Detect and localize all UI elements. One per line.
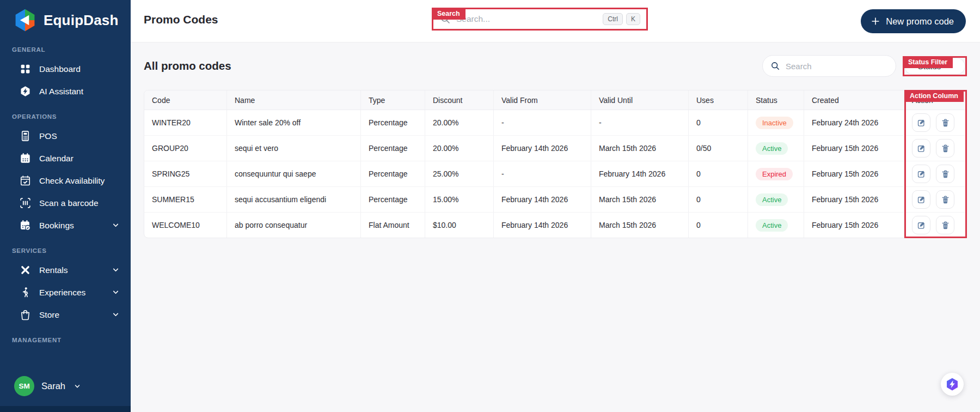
- cell-actions: [904, 136, 966, 161]
- cell-created: February 24th 2026: [804, 110, 904, 135]
- ai-assistant-fab[interactable]: [941, 373, 964, 396]
- column-header: Valid From: [494, 90, 591, 110]
- trash-icon: [941, 144, 950, 153]
- cell-valid-until: February 14th 2026: [591, 161, 689, 186]
- cell-discount: $10.00: [425, 213, 494, 238]
- grid-icon: [20, 63, 31, 75]
- cell-code: SPRING25: [144, 161, 227, 186]
- sidebar-item[interactable]: Rentals: [0, 259, 131, 281]
- cell-actions: [904, 161, 966, 186]
- edit-icon: [917, 144, 926, 153]
- cell-valid-until: March 15th 2026: [591, 136, 689, 161]
- promo-table: Code Name Type Discount Valid From Valid…: [144, 90, 967, 238]
- sidebar-item-label: Calendar: [39, 154, 74, 163]
- topbar: Promo Codes Search Ctrl K New promo code: [131, 0, 980, 43]
- cell-type: Percentage: [361, 136, 425, 161]
- cell-code: SUMMER15: [144, 187, 227, 212]
- cell-type: Flat Amount: [361, 213, 425, 238]
- sidebar-item-label: POS: [39, 131, 57, 141]
- main-content: All promo codes Status Filter Status: [131, 43, 980, 412]
- cell-valid-from: February 14th 2026: [494, 213, 591, 238]
- sidebar-item[interactable]: POS: [0, 125, 131, 147]
- delete-button[interactable]: [936, 113, 954, 132]
- delete-button[interactable]: [936, 190, 954, 209]
- sidebar-item-label: Rentals: [39, 265, 68, 275]
- edit-icon: [917, 195, 926, 204]
- cell-uses: 0: [689, 187, 748, 212]
- table-row: SPRING25 consequuntur qui saepe Percenta…: [144, 161, 966, 186]
- cell-uses: 0: [689, 161, 748, 186]
- cell-status: Active: [748, 187, 804, 212]
- nav-services: Rentals Experiences Store: [0, 259, 131, 326]
- column-header: Type: [361, 90, 425, 110]
- sidebar-footer-strip: [0, 406, 131, 412]
- barcode-scan-icon: [20, 197, 31, 209]
- chevron-down-icon: [112, 221, 120, 229]
- cell-name: Winter sale 20% off: [227, 110, 361, 135]
- edit-button[interactable]: [912, 165, 930, 183]
- table-search-input[interactable]: [786, 62, 888, 71]
- trash-icon: [941, 195, 950, 204]
- plus-icon: [871, 16, 880, 26]
- table-header-row: Code Name Type Discount Valid From Valid…: [144, 90, 966, 110]
- edit-button[interactable]: [912, 113, 930, 132]
- table-row: WINTER20 Winter sale 20% off Percentage …: [144, 110, 966, 135]
- sidebar-item[interactable]: Store: [0, 304, 131, 326]
- user-name: Sarah: [41, 381, 65, 391]
- delete-button[interactable]: [936, 165, 954, 183]
- edit-button[interactable]: [912, 216, 930, 234]
- table-body: WINTER20 Winter sale 20% off Percentage …: [144, 110, 966, 238]
- chevron-down-icon: [112, 311, 120, 319]
- sidebar-item[interactable]: Check Availability: [0, 169, 131, 192]
- cell-code: WINTER20: [144, 110, 227, 135]
- content-heading: All promo codes: [144, 59, 231, 72]
- edit-button[interactable]: [912, 190, 930, 209]
- section-label-services: SERVICES: [0, 237, 131, 259]
- assistant-bolt-icon: [945, 377, 959, 391]
- edit-button[interactable]: [912, 139, 930, 157]
- chevron-down-icon: [112, 288, 120, 296]
- cell-name: ab porro consequatur: [227, 213, 361, 238]
- edit-icon: [917, 118, 926, 128]
- shortcut-keys: Ctrl K: [603, 13, 640, 25]
- sidebar-item-label: Experiences: [39, 288, 85, 298]
- cell-type: Percentage: [361, 161, 425, 186]
- table-row: GROUP20 sequi et vero Percentage 20.00% …: [144, 135, 966, 161]
- sidebar: EquipDash GENERAL Dashboard AI Assistant…: [0, 0, 131, 412]
- table-controls: Status Filter Status: [762, 55, 967, 77]
- cell-actions: [904, 187, 966, 212]
- cell-valid-from: February 14th 2026: [494, 187, 591, 212]
- cell-type: Percentage: [361, 110, 425, 135]
- logo[interactable]: EquipDash: [0, 0, 131, 38]
- equipdash-logo-icon: [13, 8, 37, 32]
- status-badge: Inactive: [756, 117, 793, 129]
- annotation-status-filter-label: Status Filter: [903, 56, 953, 68]
- cell-created: February 15th 2026: [804, 161, 904, 186]
- sidebar-item[interactable]: Bookings: [0, 214, 131, 237]
- annotation-search-label: Search: [432, 8, 465, 20]
- calendar-check-icon: [20, 175, 31, 186]
- cell-uses: 0/50: [689, 136, 748, 161]
- sidebar-item[interactable]: AI Assistant: [0, 80, 131, 102]
- column-header: Uses: [689, 90, 748, 110]
- cell-valid-from: February 14th 2026: [494, 136, 591, 161]
- sidebar-item[interactable]: Experiences: [0, 281, 131, 304]
- cell-uses: 0: [689, 213, 748, 238]
- sidebar-item[interactable]: Scan a barcode: [0, 192, 131, 214]
- delete-button[interactable]: [936, 216, 954, 234]
- sidebar-item[interactable]: Dashboard: [0, 58, 131, 80]
- status-badge: Expired: [756, 168, 793, 180]
- cell-discount: 15.00%: [425, 187, 494, 212]
- global-search-input[interactable]: [456, 14, 597, 24]
- sidebar-item[interactable]: Calendar: [0, 147, 131, 169]
- table-row: SUMMER15 sequi accusantium eligendi Perc…: [144, 186, 966, 212]
- new-promo-code-button[interactable]: New promo code: [861, 9, 966, 33]
- sidebar-item-label: Check Availability: [39, 176, 105, 186]
- user-menu[interactable]: SM Sarah: [0, 369, 131, 406]
- app-name: EquipDash: [44, 12, 119, 29]
- cell-actions: [904, 213, 966, 238]
- delete-button[interactable]: [936, 139, 954, 157]
- shield-bolt-icon: [20, 86, 31, 97]
- column-header: Action: [904, 90, 966, 110]
- key-ctrl: Ctrl: [603, 13, 623, 25]
